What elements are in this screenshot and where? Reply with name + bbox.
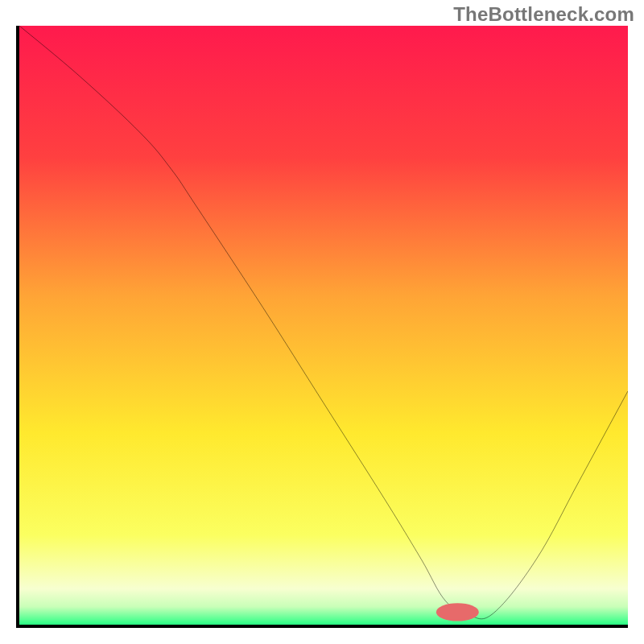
watermark-text: TheBottleneck.com <box>453 3 634 26</box>
chart-plot-area <box>16 26 628 628</box>
chart-marker <box>436 603 479 621</box>
chart-background-gradient <box>19 26 628 625</box>
chart-svg <box>19 26 628 625</box>
